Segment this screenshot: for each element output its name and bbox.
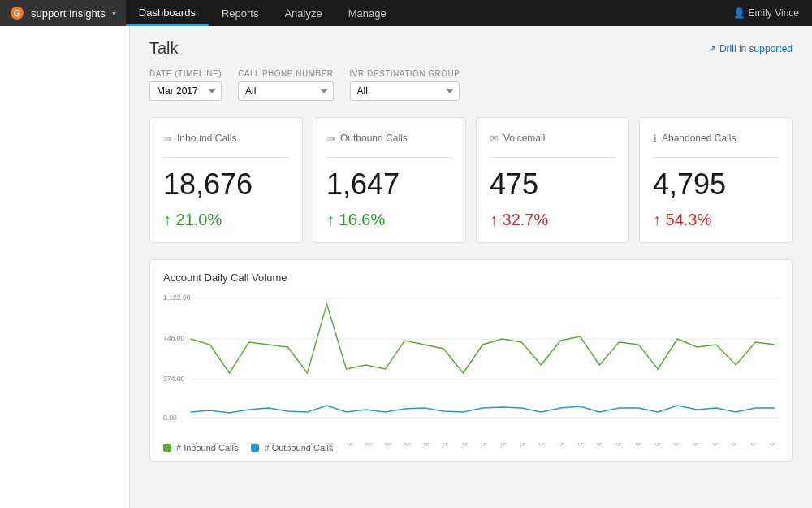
nav-tab-dashboards[interactable]: Dashboards: [126, 0, 209, 26]
kpi-change-inbound: ↑ 21.0%: [163, 211, 289, 229]
brand-dropdown-icon[interactable]: ▾: [112, 9, 116, 18]
kpi-card-voicemail: ✉ Voicemail 475 ↑ 32.7%: [476, 117, 629, 243]
ivr-filter-label: IVR DESTINATION GROUP: [350, 69, 460, 78]
top-navigation: G support Insights ▾ Dashboards Reports …: [0, 0, 812, 26]
svg-text:1,122.00: 1,122.00: [163, 293, 191, 301]
ivr-filter-select[interactable]: All: [350, 81, 460, 101]
svg-text:G: G: [14, 8, 21, 18]
kpi-header-inbound: ⇒ Inbound Calls: [163, 129, 289, 147]
kpi-change-abandoned: ↑ 54.3%: [653, 211, 779, 229]
content-area: Talk ↗ Drill in supported DATE (TIMELINE…: [130, 26, 812, 475]
date-filter-label: DATE (TIMELINE): [149, 69, 222, 78]
app-name: support Insights: [31, 7, 106, 20]
kpi-header-abandoned: ℹ Abandoned Calls: [653, 129, 779, 147]
sidebar: [0, 26, 130, 508]
phone-filter-select[interactable]: All: [238, 81, 334, 101]
phone-filter-group: CALL PHONE NUMBER All: [238, 69, 334, 101]
kpi-change-outbound: ↑ 16.6%: [326, 211, 452, 229]
kpi-card-inbound: ⇒ Inbound Calls 18,676 ↑ 21.0%: [149, 117, 303, 243]
ivr-filter-group: IVR DESTINATION GROUP All: [350, 69, 460, 101]
kpi-header-voicemail: ✉ Voicemail: [490, 129, 615, 147]
chart-section: Account Daily Call Volume 1,122.00 748.0…: [149, 259, 793, 462]
kpi-divider-abandoned: [653, 157, 779, 158]
page-header: Talk ↗ Drill in supported: [149, 39, 793, 58]
kpi-change-voicemail: ↑ 32.7%: [490, 211, 615, 229]
abandoned-icon: ℹ: [653, 132, 657, 145]
page-title: Talk: [149, 39, 179, 58]
kpi-row: ⇒ Inbound Calls 18,676 ↑ 21.0% ⇒ Outboun…: [149, 117, 793, 243]
svg-text:748.00: 748.00: [163, 333, 184, 341]
svg-text:374.00: 374.00: [163, 374, 184, 382]
user-icon: 👤: [733, 7, 745, 19]
date-filter-group: DATE (TIMELINE) Mar 2017: [149, 69, 222, 101]
kpi-value-abandoned: 4,795: [653, 168, 779, 201]
outbound-icon: ⇒: [326, 132, 335, 145]
kpi-value-outbound: 1,647: [326, 168, 452, 201]
kpi-card-abandoned: ℹ Abandoned Calls 4,795 ↑ 54.3%: [639, 117, 793, 243]
voicemail-icon: ✉: [490, 132, 499, 145]
date-filter-select[interactable]: Mar 2017: [149, 81, 222, 101]
kpi-card-outbound: ⇒ Outbound Calls 1,647 ↑ 16.6%: [313, 117, 466, 243]
kpi-divider-outbound: [326, 157, 452, 158]
nav-tab-reports[interactable]: Reports: [209, 0, 272, 26]
gooddata-logo-icon: G: [10, 6, 24, 20]
drill-in-link[interactable]: ↗ Drill in supported: [708, 43, 793, 54]
svg-text:0.00: 0.00: [163, 413, 177, 421]
kpi-title-abandoned: Abandoned Calls: [662, 132, 736, 144]
line-chart-svg: 1,122.00 748.00 374.00 0.00: [163, 292, 779, 438]
nav-tab-analyze[interactable]: Analyze: [271, 0, 335, 26]
phone-filter-label: CALL PHONE NUMBER: [238, 69, 334, 78]
brand-area[interactable]: G support Insights ▾: [0, 0, 126, 26]
chart-title: Account Daily Call Volume: [163, 271, 779, 284]
chart-container: 1,122.00 748.00 374.00 0.00: [163, 292, 779, 438]
nav-tabs: Dashboards Reports Analyze Manage: [126, 0, 720, 26]
kpi-header-outbound: ⇒ Outbound Calls: [326, 129, 452, 147]
user-name: Emily Vince: [749, 7, 799, 19]
inbound-icon: ⇒: [163, 132, 172, 145]
kpi-title-outbound: Outbound Calls: [340, 132, 408, 144]
external-link-icon: ↗: [708, 43, 716, 54]
filters-row: DATE (TIMELINE) Mar 2017 CALL PHONE NUMB…: [149, 69, 793, 101]
kpi-divider-voicemail: [490, 157, 615, 158]
kpi-title-voicemail: Voicemail: [503, 132, 545, 144]
kpi-title-inbound: Inbound Calls: [177, 132, 236, 144]
user-menu[interactable]: 👤 Emily Vince: [720, 7, 812, 19]
nav-tab-manage[interactable]: Manage: [335, 0, 400, 26]
kpi-divider-inbound: [163, 157, 289, 158]
kpi-value-inbound: 18,676: [163, 168, 289, 201]
kpi-value-voicemail: 475: [490, 168, 615, 201]
